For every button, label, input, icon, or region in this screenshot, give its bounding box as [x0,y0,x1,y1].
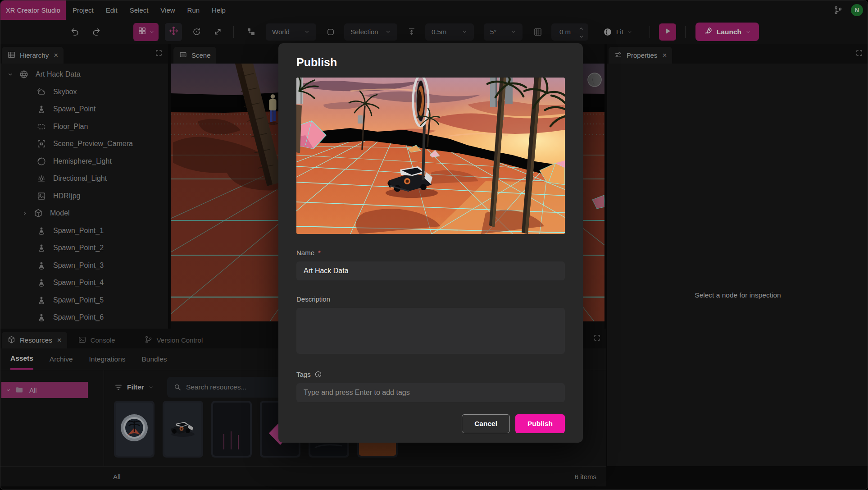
cancel-button[interactable]: Cancel [462,414,510,433]
tags-label: Tags [296,371,311,378]
tags-field[interactable] [296,383,565,402]
scene-preview-image [296,78,565,234]
info-icon[interactable] [314,371,322,378]
app-window: XR Creator Studio Project Edit Select Vi… [0,0,868,490]
name-label: Name [296,249,314,256]
description-label: Description [296,295,330,303]
required-marker: * [318,249,321,256]
publish-button[interactable]: Publish [515,414,565,433]
publish-dialog: Publish [278,43,583,443]
dialog-title: Publish [296,56,565,72]
name-field[interactable] [296,261,565,280]
description-field[interactable] [296,308,565,354]
